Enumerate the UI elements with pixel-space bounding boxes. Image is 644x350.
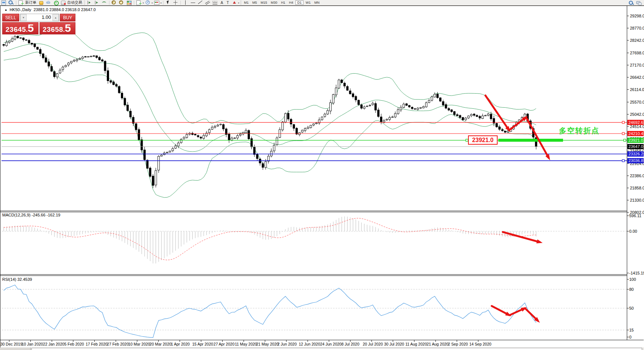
turning-point-annotation[interactable]: 多空转折点: [559, 126, 600, 136]
hline-24692.6[interactable]: [1, 121, 627, 124]
new-order-label: 新订单: [25, 0, 36, 5]
svg-text:21858.0: 21858.0: [630, 186, 644, 190]
hline-23036.8[interactable]: [1, 159, 627, 162]
cursor-tool-button[interactable]: [165, 0, 172, 5]
zoom-in-icon: [112, 0, 117, 5]
periods-button[interactable]: ▾: [144, 0, 153, 5]
collapse-arrow-icon[interactable]: ▲: [4, 8, 7, 11]
volume-spinner[interactable]: ▼ 1.00 ▲: [20, 14, 59, 21]
zoom-in-button[interactable]: [111, 0, 118, 5]
timeframe-m1[interactable]: M1: [243, 1, 250, 4]
toolbar-grip: [240, 1, 241, 5]
new-chart-icon: [1, 0, 6, 5]
chart-canvas[interactable]: 29298.028770.028242.027698.027170.026642…: [0, 0, 644, 350]
main-toolbar: 新订单 自动交易 ▾ ▾ ▾ A T ▾ M1M5M15M30H1H: [0, 0, 644, 6]
chat-button[interactable]: [635, 0, 643, 5]
trend-arrows[interactable]: [485, 95, 550, 323]
toolbar-separator: [180, 1, 181, 5]
profiles-icon: [9, 0, 14, 5]
timeframe-m30[interactable]: M30: [270, 1, 279, 4]
sounds-button[interactable]: [37, 0, 45, 5]
svg-text:26114.0: 26114.0: [630, 87, 644, 92]
auto-trading-button[interactable]: 自动交易: [60, 0, 83, 5]
buy-price-frac: 5: [65, 23, 71, 33]
chart-shift-button[interactable]: [93, 0, 101, 5]
crosshair-tool-button[interactable]: [172, 0, 179, 5]
template-icon: [154, 0, 159, 5]
buy-button[interactable]: BUY: [60, 14, 75, 21]
svg-text:26642.0: 26642.0: [630, 75, 644, 80]
price-level-label[interactable]: 23921.0: [468, 135, 498, 145]
sell-button[interactable]: SELL: [2, 14, 19, 21]
search-button[interactable]: [628, 0, 635, 5]
profiles-button[interactable]: [7, 0, 15, 5]
chevron-down-icon: ▾: [143, 1, 144, 4]
svg-text:21330.0: 21330.0: [630, 198, 644, 202]
text-tool-button[interactable]: A: [219, 0, 225, 5]
sounds-icon: [38, 0, 44, 5]
svg-text:80: 80: [629, 287, 634, 292]
volume-up-button[interactable]: ▲: [52, 14, 59, 21]
macd-axis: 596.110.00-1415.19: [627, 213, 644, 275]
toolbar-separator: [109, 1, 109, 5]
new-order-button[interactable]: 新订单: [17, 0, 37, 5]
support-line-23921[interactable]: [1, 139, 627, 141]
horizontal-line-icon: [190, 0, 196, 5]
templates-button[interactable]: ▾: [153, 0, 162, 5]
tile-windows-icon: [126, 0, 132, 5]
svg-text:29298.0: 29298.0: [630, 14, 644, 18]
bottom-pane: [31, 348, 642, 350]
crosshair-icon: [173, 0, 178, 5]
cursor-icon: [166, 0, 171, 5]
hline-tool-button[interactable]: [189, 0, 197, 5]
search-icon: [629, 1, 634, 5]
auto-scroll-button[interactable]: [86, 0, 93, 5]
indicators-icon: [136, 0, 142, 5]
svg-text:-1415.19: -1415.19: [629, 271, 644, 275]
chevron-down-icon: ▾: [152, 1, 153, 4]
label-tool-icon: T: [225, 1, 230, 5]
sell-price-button[interactable]: 23645.5: [2, 22, 38, 34]
fibonacci-tool-button[interactable]: [211, 0, 219, 5]
chart-mode-button[interactable]: [101, 0, 108, 5]
macd-name: MACD(12,26,9): [2, 213, 30, 217]
cloud-button[interactable]: [45, 0, 52, 5]
svg-text:23036.8: 23036.8: [628, 158, 643, 163]
svg-text:27 Feb 2020: 27 Feb 2020: [107, 342, 129, 346]
svg-text:30 Jul 2020: 30 Jul 2020: [384, 342, 404, 346]
indicators-button[interactable]: ▾: [135, 0, 144, 5]
timeframe-h1[interactable]: H1: [279, 1, 287, 4]
tile-windows-button[interactable]: [125, 0, 133, 5]
timeframe-h4[interactable]: H4: [288, 1, 295, 4]
svg-text:28242.0: 28242.0: [630, 38, 644, 43]
auto-trading-label: 自动交易: [67, 0, 82, 5]
svg-text:596.11: 596.11: [629, 213, 641, 218]
bottom-strip: [0, 347, 644, 350]
volume-down-button[interactable]: ▼: [20, 14, 27, 21]
svg-text:1 Apr 2020: 1 Apr 2020: [171, 342, 190, 346]
svg-text:24 Jun 2020: 24 Jun 2020: [320, 342, 342, 346]
arrows-tool-button[interactable]: ▾: [231, 0, 240, 5]
new-chart-button[interactable]: [0, 0, 7, 5]
bottom-tab[interactable]: [0, 347, 31, 350]
timeframe-mn[interactable]: MN: [313, 1, 321, 4]
timeframe-d1[interactable]: D1: [295, 0, 304, 5]
timeframe-w1[interactable]: W1: [304, 1, 312, 4]
svg-text:10 Jan 2020: 10 Jan 2020: [22, 342, 43, 346]
signals-button[interactable]: [52, 0, 60, 5]
volume-value[interactable]: 1.00: [27, 14, 52, 21]
zoom-out-button[interactable]: [118, 0, 125, 5]
svg-text:24210.4: 24210.4: [628, 131, 643, 136]
vline-tool-button[interactable]: [182, 0, 189, 5]
channel-tool-button[interactable]: [204, 0, 211, 5]
price-axis: 29298.028770.028242.027698.027170.026642…: [627, 14, 644, 215]
text-tool-icon: A: [219, 1, 224, 5]
trendline-tool-button[interactable]: [197, 0, 204, 5]
buy-price-button[interactable]: 23658.5: [40, 22, 76, 34]
svg-text:23647.0: 23647.0: [628, 144, 643, 149]
timeframe-m15[interactable]: M15: [259, 1, 269, 4]
timeframe-m5[interactable]: M5: [251, 1, 259, 4]
label-tool-button[interactable]: T: [225, 0, 231, 5]
chat-icon: [636, 1, 641, 5]
equidistant-channel-icon: [205, 0, 210, 5]
